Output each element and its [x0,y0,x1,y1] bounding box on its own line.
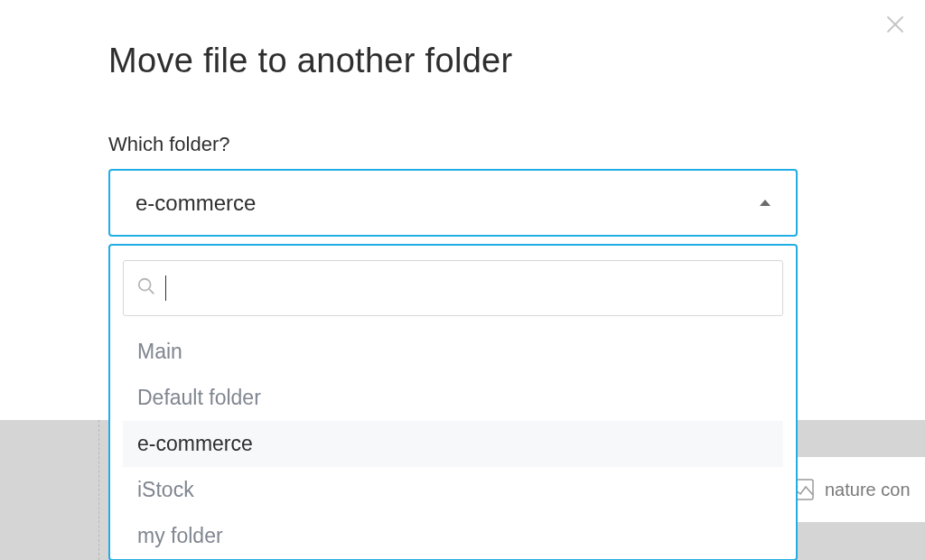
folder-option[interactable]: Main [123,329,783,375]
caret-up-icon [760,200,771,206]
modal-title: Move file to another folder [108,42,817,80]
close-icon [884,14,906,39]
folder-select-value: e-commerce [135,191,256,216]
text-cursor [165,275,166,301]
folder-option[interactable]: e-commerce [123,421,783,467]
search-icon [136,276,156,300]
background-divider [98,420,99,560]
move-file-modal: Move file to another folder Which folder… [0,0,925,237]
background-file-label: nature con [825,480,911,500]
folder-search-field[interactable] [175,276,770,300]
folder-option[interactable]: iStock [123,467,783,513]
svg-point-4 [139,279,151,291]
svg-line-5 [149,289,154,294]
background-file-card: nature con [776,457,925,522]
folder-option-list: MainDefault foldere-commerceiStockmy fol… [123,329,783,559]
close-button[interactable] [882,13,909,40]
folder-dropdown: MainDefault foldere-commerceiStockmy fol… [108,244,798,560]
folder-option[interactable]: my folder [123,513,783,559]
field-label: Which folder? [108,133,817,156]
folder-search-input[interactable] [123,260,783,316]
folder-select[interactable]: e-commerce [108,169,798,237]
folder-option[interactable]: Default folder [123,375,783,421]
